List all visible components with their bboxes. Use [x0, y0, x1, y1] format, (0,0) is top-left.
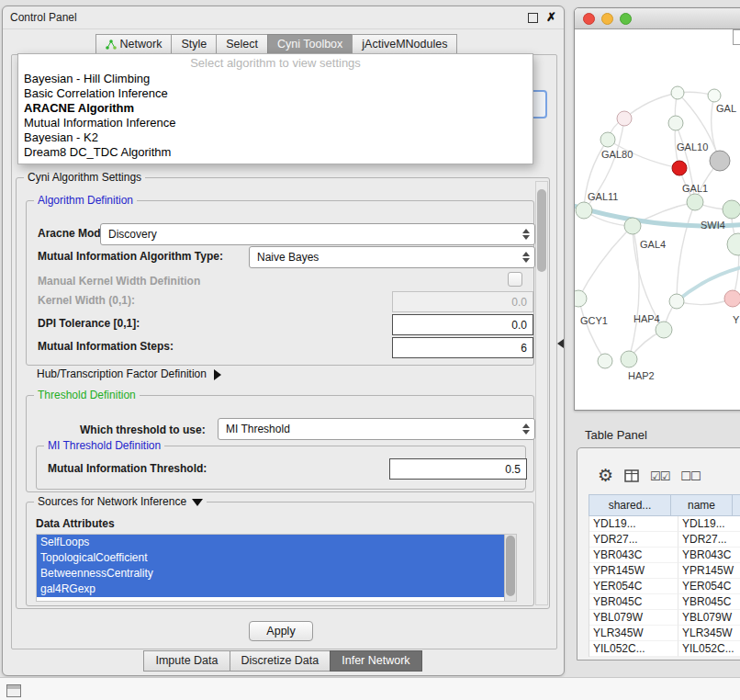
manual-kernel-checkbox[interactable] [508, 272, 522, 287]
cell-shared-name: YDL19... [589, 516, 678, 532]
algorithm-options: Bayesian - Hill Climbing Basic Correlati… [18, 72, 533, 160]
table-columns-icon[interactable] [624, 469, 639, 482]
network-edge[interactable] [624, 93, 678, 119]
table-toolbar: ⚙ ☑☑ ☐☐ [577, 463, 740, 489]
network-node[interactable] [727, 233, 740, 255]
control-panel-window: Control Panel ✗ Network Style Select Cyn… [2, 6, 565, 676]
attributes-scrollbar[interactable] [504, 535, 516, 601]
table-row[interactable]: YBL079W YBL079W [589, 610, 740, 626]
algorithm-dropdown-popup: Select algorithm to view settings Bayesi… [17, 53, 533, 164]
scrollbar-thumb[interactable] [537, 189, 546, 272]
cell-shared-name: YLR345W [589, 626, 678, 641]
network-node[interactable] [598, 354, 612, 368]
tab-label: Network [120, 38, 163, 51]
minimize-light-icon[interactable] [601, 13, 613, 25]
network-node[interactable] [576, 202, 592, 219]
network-node[interactable] [621, 351, 637, 367]
column-header-name[interactable]: name [671, 495, 733, 515]
select-all-checks-icon[interactable]: ☑☑ [650, 469, 669, 483]
bottom-tab-impute-data[interactable]: Impute Data [143, 650, 230, 672]
mi-type-combo[interactable]: Naive Bayes [249, 246, 535, 268]
network-node[interactable] [687, 194, 703, 210]
tab-label: Cyni Toolbox [277, 38, 342, 51]
tab-jactivemnodules[interactable]: jActiveMNodules [352, 34, 457, 55]
dpi-tolerance-field[interactable]: 0.0 [392, 314, 533, 335]
network-node[interactable] [723, 200, 740, 219]
apply-button[interactable]: Apply [249, 621, 313, 641]
network-node[interactable] [708, 89, 721, 102]
attribute-item-selected[interactable]: BetweennessCentrality [37, 566, 510, 581]
network-node[interactable] [600, 132, 615, 147]
network-node[interactable] [671, 86, 684, 99]
node-label: GAL10 [677, 141, 708, 152]
birdseye-toggle[interactable] [733, 29, 740, 45]
network-edge[interactable] [578, 299, 605, 361]
network-window-titlebar[interactable] [575, 8, 740, 29]
tab-network[interactable]: Network [95, 34, 173, 55]
threshold-definition-group: Threshold Definition Which threshold to … [26, 395, 534, 492]
close-icon[interactable]: ✗ [546, 13, 556, 22]
network-node[interactable] [668, 116, 683, 130]
table-row[interactable]: YDL19... YDL19... 13 [589, 516, 740, 532]
tab-style[interactable]: Style [171, 34, 217, 55]
kernel-width-field: 0.0 [392, 291, 533, 312]
column-header-extra[interactable] [733, 495, 740, 515]
mi-threshold-field[interactable]: 0.5 [389, 458, 527, 480]
table-row[interactable]: YBR045C YBR045C 9. [589, 594, 740, 610]
algorithm-option[interactable]: Bayesian - K2 [18, 130, 533, 145]
tab-cyni-toolbox[interactable]: Cyni Toolbox [267, 34, 353, 55]
network-node[interactable] [710, 151, 730, 171]
network-canvas[interactable]: GAL80GAL10GAL11GAL1SWI4GAL4GCY1HAP4HAP2G… [575, 29, 740, 410]
network-node[interactable] [672, 161, 687, 175]
collapse-down-icon[interactable] [192, 499, 203, 506]
kernel-width-label: Kernel Width (0,1): [38, 294, 135, 307]
table-row[interactable]: YLR345W YLR345W 9. [589, 626, 740, 641]
network-edge[interactable] [677, 202, 695, 301]
mi-steps-field[interactable]: 6 [392, 337, 533, 358]
panel-toggle-icon[interactable] [6, 684, 21, 697]
network-node[interactable] [617, 111, 632, 126]
splitter-collapse-icon[interactable] [557, 339, 564, 348]
table-row[interactable]: YBR043C YBR043C [589, 548, 740, 563]
bottom-tab-discretize-data[interactable]: Discretize Data [230, 650, 331, 672]
tab-label: Impute Data [155, 654, 218, 667]
attribute-item-selected[interactable]: SelfLoops [37, 535, 510, 550]
cell-shared-name: YBR043C [589, 548, 678, 563]
algorithm-option[interactable]: Basic Correlation Inference [18, 86, 533, 101]
network-graph: GAL80GAL10GAL11GAL1SWI4GAL4GCY1HAP4HAP2G… [575, 29, 740, 410]
close-light-icon[interactable] [583, 13, 595, 25]
column-header-shared-name[interactable]: shared... [589, 495, 671, 515]
tab-label: Style [181, 38, 207, 51]
table-row[interactable]: YPR145W YPR145W 9. [589, 563, 740, 579]
cell-name: YIL052C... [678, 641, 740, 657]
network-node[interactable] [575, 290, 587, 307]
hub-section-header[interactable]: Hub/Transcription Factor Definition [37, 367, 221, 380]
settings-scrollbar[interactable] [535, 181, 548, 605]
algorithm-option[interactable]: Mutual Information Inference [18, 116, 533, 130]
table-row[interactable]: YER054C YER054C 8. [589, 579, 740, 594]
attribute-item-selected[interactable]: gal4RGexp [37, 581, 510, 597]
network-edge[interactable] [578, 226, 633, 299]
cyni-algorithm-settings-group: Cyni Algorithm Settings Algorithm Defini… [16, 177, 550, 609]
network-node[interactable] [624, 218, 641, 234]
gear-icon[interactable]: ⚙ [598, 467, 613, 485]
zoom-light-icon[interactable] [620, 13, 632, 25]
cell-name: YBL079W [678, 610, 740, 626]
attribute-item-selected[interactable]: TopologicalCoefficient [37, 550, 510, 566]
network-node[interactable] [669, 294, 684, 309]
algorithm-option[interactable]: Dream8 DC_TDC Algorithm [18, 145, 533, 160]
sources-title: Sources for Network Inference [38, 495, 186, 508]
bottom-tab-infer-network[interactable]: Infer Network [330, 650, 421, 672]
float-window-icon[interactable] [528, 13, 538, 23]
network-node[interactable] [724, 290, 740, 307]
tab-select[interactable]: Select [216, 34, 268, 55]
table-row[interactable]: YIL052C... YIL052C... [589, 641, 740, 657]
algorithm-option[interactable]: ARACNE Algorithm [18, 101, 533, 116]
data-attributes-list: SelfLoops TopologicalCoefficient Between… [36, 534, 517, 602]
node-label: SWI4 [701, 220, 725, 231]
deselect-all-checks-icon[interactable]: ☐☐ [680, 469, 700, 483]
aracne-mode-combo[interactable]: Discovery [100, 223, 535, 245]
which-threshold-combo[interactable]: MI Threshold [218, 418, 535, 440]
algorithm-option[interactable]: Bayesian - Hill Climbing [18, 72, 533, 86]
table-row[interactable]: YDR27... YDR27... 12 [589, 532, 740, 548]
